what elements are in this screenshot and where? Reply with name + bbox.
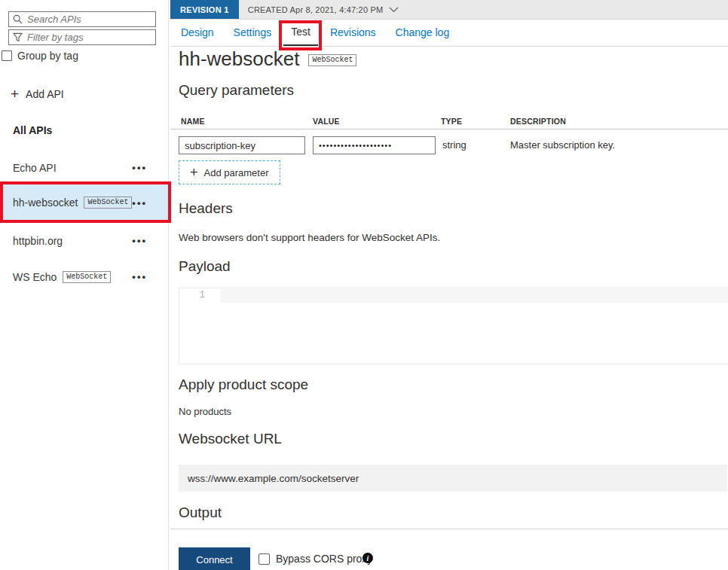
editor-current-line bbox=[221, 289, 728, 303]
sidebar-item-httpbin[interactable]: httpbin.org ••• bbox=[0, 224, 168, 258]
sidebar-item-ws-echo[interactable]: WS Echo WebSocket ••• bbox=[0, 260, 168, 294]
filter-by-tags-field[interactable] bbox=[8, 29, 156, 45]
tab-test[interactable]: Test bbox=[283, 19, 318, 46]
sidebar-item-echo-api[interactable]: Echo API ••• bbox=[0, 151, 168, 184]
websocket-url-text: wss://www.example.com/socketserver bbox=[188, 473, 359, 484]
param-description-text: Master subscription key. bbox=[510, 139, 615, 151]
revision-bar: REVISION 1 CREATED Apr 8, 2021, 4:47:20 … bbox=[170, 0, 728, 20]
tab-change-log[interactable]: Change log bbox=[396, 19, 450, 46]
created-label: CREATED Apr 8, 2021, 4:47:20 PM bbox=[248, 5, 384, 14]
revision-chip: REVISION 1 bbox=[170, 0, 239, 19]
column-header-type: TYPE bbox=[441, 117, 462, 126]
bypass-cors-checkbox[interactable] bbox=[258, 553, 270, 565]
ellipsis-menu-icon[interactable]: ••• bbox=[132, 162, 147, 173]
filter-icon bbox=[13, 32, 23, 42]
headers-message: Web browsers don't support headers for W… bbox=[179, 232, 440, 243]
column-header-value: VALUE bbox=[313, 117, 340, 126]
add-parameter-button[interactable]: + Add parameter bbox=[179, 160, 280, 184]
plus-icon: + bbox=[11, 89, 19, 99]
table-header-divider bbox=[170, 129, 728, 130]
tab-bar: Design Settings Test Revisions Change lo… bbox=[170, 19, 728, 47]
query-parameters-heading: Query parameters bbox=[179, 82, 294, 99]
ellipsis-menu-icon[interactable]: ••• bbox=[132, 197, 147, 209]
output-heading: Output bbox=[179, 504, 222, 521]
api-item-label: httpbin.org bbox=[13, 235, 63, 247]
search-apis-input[interactable] bbox=[27, 14, 151, 25]
info-icon[interactable]: i bbox=[362, 553, 373, 563]
output-divider bbox=[170, 529, 728, 529]
add-parameter-label: Add parameter bbox=[204, 167, 269, 178]
param-name-input[interactable] bbox=[179, 136, 305, 154]
param-type-text: string bbox=[442, 139, 466, 151]
all-apis-heading: All APIs bbox=[13, 124, 52, 136]
revision-created-dropdown[interactable]: CREATED Apr 8, 2021, 4:47:20 PM bbox=[248, 0, 399, 19]
tab-design[interactable]: Design bbox=[181, 19, 214, 46]
websocket-url-heading: Websocket URL bbox=[179, 431, 282, 447]
payload-heading: Payload bbox=[179, 258, 231, 275]
group-by-tag-checkbox[interactable] bbox=[2, 50, 12, 61]
payload-editor[interactable]: 1 bbox=[179, 288, 728, 364]
no-products-text: No products bbox=[179, 406, 231, 417]
api-item-label: WS Echo bbox=[13, 271, 57, 283]
filter-by-tags-input[interactable] bbox=[27, 32, 151, 43]
websocket-badge: WebSocket bbox=[308, 54, 356, 66]
add-api-button[interactable]: + Add API bbox=[11, 88, 64, 100]
add-api-label: Add API bbox=[26, 88, 64, 100]
websocket-badge: WebSocket bbox=[84, 197, 132, 209]
connect-button[interactable]: Connect bbox=[179, 547, 250, 570]
apim-test-console: Group by tag + Add API All APIs Echo API… bbox=[0, 0, 728, 570]
sidebar-item-hh-websocket[interactable]: hh-websocket WebSocket ••• bbox=[0, 182, 168, 223]
websocket-url-value[interactable]: wss://www.example.com/socketserver bbox=[179, 465, 727, 492]
plus-icon: + bbox=[190, 165, 198, 181]
apply-product-scope-heading: Apply product scope bbox=[179, 376, 308, 393]
search-icon bbox=[13, 14, 23, 24]
api-item-label: Echo API bbox=[13, 162, 57, 174]
page-title: hh-websocket bbox=[179, 47, 299, 71]
chevron-down-icon bbox=[389, 7, 399, 13]
page-title-row: hh-websocket WebSocket bbox=[179, 47, 356, 71]
editor-line-number: 1 bbox=[179, 290, 205, 300]
api-item-label: hh-websocket bbox=[13, 197, 78, 209]
tab-revisions[interactable]: Revisions bbox=[330, 19, 376, 46]
bypass-cors-label: Bypass CORS proxy bbox=[276, 553, 372, 565]
column-header-name: NAME bbox=[181, 117, 205, 126]
search-apis-field[interactable] bbox=[8, 11, 156, 27]
api-sidebar: Group by tag + Add API All APIs Echo API… bbox=[0, 0, 169, 570]
ellipsis-menu-icon[interactable]: ••• bbox=[132, 271, 147, 282]
column-header-description: DESCRIPTION bbox=[510, 117, 566, 126]
websocket-badge: WebSocket bbox=[63, 271, 111, 283]
group-by-tag-row: Group by tag bbox=[2, 50, 78, 62]
tab-settings[interactable]: Settings bbox=[234, 19, 272, 46]
ellipsis-menu-icon[interactable]: ••• bbox=[132, 235, 147, 246]
headers-heading: Headers bbox=[179, 200, 233, 217]
group-by-tag-label: Group by tag bbox=[17, 50, 78, 62]
param-value-input[interactable] bbox=[313, 136, 436, 154]
